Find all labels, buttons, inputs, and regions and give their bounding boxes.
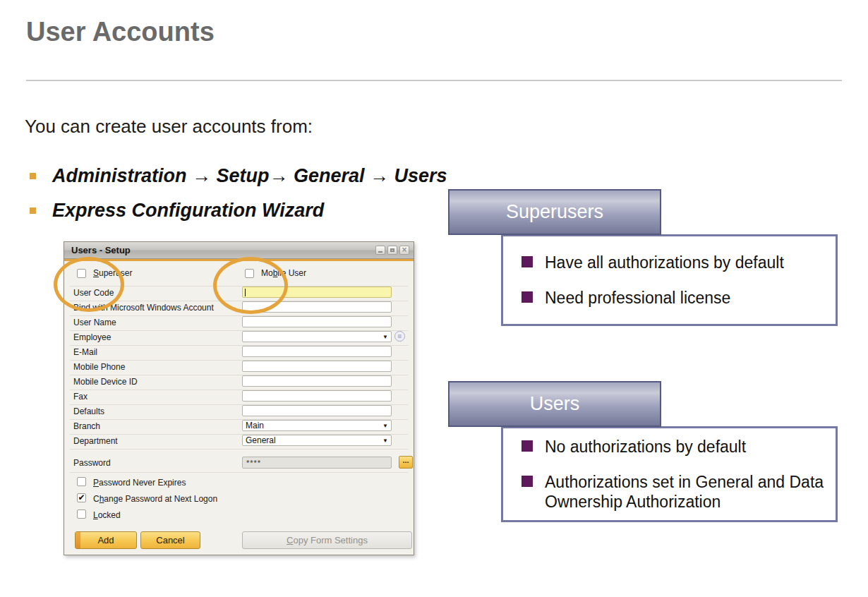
list-item: Authorizations set in General and Data O… (522, 472, 830, 512)
choose-from-list-icon[interactable]: ≡ (394, 331, 405, 342)
minimize-icon[interactable] (375, 246, 385, 255)
copy-form-settings-button[interactable]: Copy Form Settings (242, 531, 412, 549)
annotation-circle-superuser (54, 257, 124, 312)
field-row-mobile-phone: Mobile Phone (70, 360, 408, 375)
change-password-label: Change Password at Next Logon (93, 494, 217, 504)
page-title: User Accounts (26, 17, 215, 47)
bullet-square-icon (522, 440, 533, 452)
password-more-button[interactable]: ... (399, 456, 413, 469)
bullet-square-icon (30, 173, 36, 179)
bullet-express-wizard: Express Configuration Wizard (30, 198, 324, 222)
annotation-circle-mobile-user (213, 257, 288, 314)
option-row-locked: Locked (70, 507, 408, 524)
field-row-defaults: Defaults (70, 404, 408, 420)
email-input[interactable] (242, 346, 392, 357)
change-password-checkbox[interactable]: ✔ (77, 493, 86, 502)
field-row-password: Password **** ... (70, 456, 408, 473)
add-button[interactable]: Add (75, 531, 137, 549)
dialog-title: Users - Setup (71, 245, 373, 255)
user-name-input[interactable] (242, 316, 392, 327)
chevron-down-icon: ▼ (382, 423, 388, 429)
dialog-titlebar[interactable]: Users - Setup × (64, 242, 414, 259)
password-never-expires-label: Password Never Expires (93, 478, 186, 488)
list-item: Need professional license (522, 288, 830, 308)
field-row-mobile-device-id: Mobile Device ID (70, 375, 408, 390)
users-header-box: Users (448, 381, 661, 427)
maximize-icon[interactable] (387, 246, 397, 255)
cancel-button[interactable]: Cancel (140, 531, 200, 549)
password-never-expires-checkbox[interactable] (77, 477, 86, 486)
bullet-square-icon (522, 291, 533, 303)
field-row-user-name: User Name (70, 315, 408, 331)
bullet-square-icon (30, 207, 36, 214)
branch-dropdown[interactable]: Main▼ (242, 420, 392, 431)
chevron-down-icon: ▼ (382, 438, 388, 444)
option-row-change-password: ✔ Change Password at Next Logon (70, 491, 408, 507)
title-divider (26, 80, 842, 81)
superusers-header-box: Superusers (448, 189, 661, 235)
field-row-email: E-Mail (70, 345, 408, 361)
department-dropdown[interactable]: General▼ (242, 435, 392, 446)
mobile-device-id-input[interactable] (242, 375, 392, 387)
employee-dropdown[interactable]: ▼ (242, 331, 392, 342)
defaults-input[interactable] (242, 405, 392, 416)
mobile-phone-input[interactable] (242, 361, 392, 372)
intro-text: You can create user accounts from: (25, 116, 313, 138)
chevron-down-icon: ▼ (382, 334, 388, 340)
bullet-menu-path: Administration → Setup→ General → Users (30, 164, 447, 188)
locked-label: Locked (93, 510, 121, 520)
option-row-password-never-expires: Password Never Expires (70, 475, 408, 491)
fax-input[interactable] (242, 390, 392, 402)
field-row-department: Department General▼ (70, 434, 408, 450)
superusers-content-box: Have all authorizations by default Need … (501, 234, 838, 326)
locked-checkbox[interactable] (77, 509, 86, 519)
password-field[interactable]: **** (242, 457, 392, 469)
bullet-square-icon (522, 256, 533, 267)
field-row-branch: Branch Main▼ (70, 419, 408, 435)
dialog-button-row: Add Cancel Copy Form Settings (70, 531, 408, 549)
bullet-square-icon (522, 476, 533, 487)
list-item: Have all authorizations by default (522, 253, 830, 272)
slide: User Accounts You can create user accoun… (0, 0, 868, 597)
list-item: No authorizations by default (522, 437, 830, 457)
close-icon[interactable]: × (399, 246, 409, 255)
check-icon: ✔ (78, 493, 85, 502)
field-row-employee: Employee ▼ ≡ (70, 330, 408, 346)
field-row-fax: Fax (70, 390, 408, 405)
users-content-box: No authorizations by default Authorizati… (501, 426, 838, 522)
